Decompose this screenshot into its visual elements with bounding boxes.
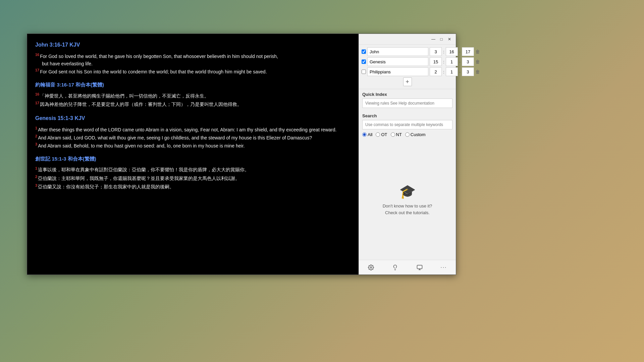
- genesis-delete-button[interactable]: 🗑: [475, 58, 480, 65]
- svg-rect-3: [417, 265, 422, 269]
- passage-john-cn: 約翰福音 3:16-17 和合本(繁體) 16「神愛世人，甚至將他的獨生子賜給他…: [35, 81, 351, 109]
- genesis-v2: 2And Abram said, Lord GOD, what wilt tho…: [35, 133, 351, 141]
- radio-all-label: All: [368, 132, 372, 137]
- lightbulb-button[interactable]: [390, 262, 400, 273]
- minimize-button[interactable]: —: [430, 36, 437, 43]
- more-button[interactable]: ···: [438, 262, 449, 273]
- radio-ot-input[interactable]: [376, 132, 380, 137]
- radio-nt-label: NT: [396, 132, 402, 137]
- search-input[interactable]: [362, 120, 452, 129]
- genesis-dash: -: [459, 59, 461, 64]
- display-button[interactable]: [414, 262, 425, 273]
- philippians-verse-start-input[interactable]: [446, 67, 458, 76]
- genesis-cn-v3-num: 3: [35, 183, 37, 187]
- genesis-chapter-input[interactable]: [430, 57, 442, 66]
- philippians-verse-end-input[interactable]: [462, 67, 474, 76]
- genesis-cn-v1-num: 1: [35, 166, 37, 170]
- monitor-icon: [417, 264, 423, 270]
- radio-custom-input[interactable]: [405, 132, 410, 137]
- radio-all[interactable]: All: [362, 132, 372, 137]
- john-chapter-input[interactable]: [430, 47, 442, 56]
- quick-index-section: Quick Index: [359, 89, 456, 111]
- genesis-cn-v3-text: 亞伯蘭又說：你沒有給我兒子；那生在我家中的人就是我的後嗣。: [38, 184, 174, 189]
- radio-ot[interactable]: OT: [376, 132, 387, 137]
- genesis-book-input[interactable]: [367, 57, 428, 66]
- john-cn-header: 約翰福音 3:16-17 和合本(繁體): [35, 81, 351, 89]
- add-passage-button[interactable]: +: [403, 77, 412, 86]
- quick-index-input[interactable]: [362, 99, 452, 108]
- john-cn-v17-text: 因為神差他的兒子降世，不是要定世人的罪（或作：審判世人；下同），乃是要叫世人因他…: [40, 102, 242, 107]
- svg-point-0: [370, 266, 372, 268]
- genesis-v1: 1After these things the word of the LORD…: [35, 125, 351, 133]
- john-cn-v16-num: 16: [35, 92, 39, 96]
- genesis-cn-v2-text: 亞伯蘭說：主耶和華阿，我既無子，你還賜我甚麼呢？並且要承受我家業的是大馬色人以利…: [38, 176, 240, 181]
- close-button[interactable]: ✕: [446, 36, 453, 43]
- title-bar: — □ ✕: [359, 34, 456, 45]
- passage-row-philippians: : - 🗑: [362, 67, 453, 76]
- lightbulb-icon: [392, 264, 398, 270]
- passage-genesis: Genesis 15:1-3 KJV 1After these things t…: [35, 114, 351, 149]
- main-content: John 3:16-17 KJV 16For God so loved the …: [27, 34, 359, 275]
- genesis-cn-v1: 1這事以後，耶和華在異象中有話對亞伯蘭說：亞伯蘭，你不要懼怕！我是你的盾牌，必大…: [35, 166, 351, 174]
- passage-row-genesis: : - 🗑: [362, 57, 453, 66]
- passage-list: : - 🗑 : - 🗑 :: [359, 45, 456, 89]
- quick-index-label: Quick Index: [362, 92, 452, 97]
- radio-nt-input[interactable]: [391, 132, 395, 137]
- genesis-verse-start-input[interactable]: [446, 57, 458, 66]
- add-row: +: [362, 77, 453, 86]
- john-cn-v17-num: 17: [35, 101, 39, 105]
- philippians-checkbox[interactable]: [362, 69, 366, 74]
- philippians-colon1: :: [443, 69, 444, 74]
- tutorial-text-line2: Check out the tutorials.: [385, 209, 430, 216]
- radio-all-input[interactable]: [362, 132, 367, 137]
- genesis-cn-v3: 3亞伯蘭又說：你沒有給我兒子；那生在我家中的人就是我的後嗣。: [35, 183, 351, 191]
- genesis-v3-text: And Abram said, Behold, to me thou hast …: [38, 143, 245, 148]
- search-label: Search: [362, 113, 452, 118]
- passage-genesis-cn: 創世記 15:1-3 和合本(繁體) 1這事以後，耶和華在異象中有話對亞伯蘭說：…: [35, 155, 351, 191]
- john-v17-text: For God sent not his Son into the world …: [40, 69, 267, 74]
- bottom-toolbar: ···: [359, 260, 456, 275]
- philippians-dash: -: [459, 69, 461, 74]
- genesis-v3-num: 3: [35, 142, 37, 146]
- graduation-icon: 🎓: [399, 184, 416, 199]
- radio-custom[interactable]: Custom: [405, 132, 426, 137]
- genesis-colon1: :: [443, 59, 444, 64]
- john-cn-v16: 16「神愛世人，甚至將他的獨生子賜給他們，叫一切信他的，不至滅亡，反得永生。: [35, 92, 351, 100]
- john-v16: 16For God so loved the world, that he ga…: [35, 52, 351, 67]
- genesis-cn-v2-num: 2: [35, 175, 37, 179]
- radio-nt[interactable]: NT: [391, 132, 402, 137]
- john-cn-v17: 17因為神差他的兒子降世，不是要定世人的罪（或作：審判世人；下同），乃是要叫世人…: [35, 100, 351, 109]
- john-verse-end-input[interactable]: [462, 47, 474, 56]
- genesis-v1-text: After these things the word of the LORD …: [38, 127, 336, 132]
- genesis-v2-text: And Abram said, Lord GOD, what wilt thou…: [38, 135, 312, 140]
- philippians-chapter-input[interactable]: [430, 67, 442, 76]
- ellipsis-icon: ···: [440, 264, 447, 270]
- radio-ot-label: OT: [381, 132, 387, 137]
- genesis-verse-end-input[interactable]: [462, 57, 474, 66]
- john-v16-text: For God so loved the world, that he gave…: [40, 53, 278, 59]
- genesis-v1-num: 1: [35, 126, 37, 130]
- genesis-v3: 3And Abram said, Behold, to me thou hast…: [35, 141, 351, 149]
- john-v16-cont: but have everlasting life.: [35, 60, 351, 67]
- john-v17: 17For God sent not his Son into the worl…: [35, 67, 351, 75]
- john-v17-num: 17: [35, 68, 39, 72]
- tutorial-section: 🎓 Don't know how to use it? Check out th…: [359, 140, 456, 260]
- genesis-cn-v1-text: 這事以後，耶和華在異象中有話對亞伯蘭說：亞伯蘭，你不要懼怕！我是你的盾牌，必大大…: [38, 167, 249, 172]
- john-checkbox[interactable]: [362, 49, 366, 54]
- genesis-v2-num: 2: [35, 134, 37, 138]
- maximize-button[interactable]: □: [438, 36, 445, 43]
- passage-john: John 3:16-17 KJV 16For God so loved the …: [35, 41, 351, 75]
- john-delete-button[interactable]: 🗑: [475, 48, 480, 55]
- john-verse-start-input[interactable]: [446, 47, 458, 56]
- search-section: Search All OT NT Custom: [359, 111, 456, 140]
- radio-custom-label: Custom: [411, 132, 426, 137]
- passage-row-john: : - 🗑: [362, 47, 453, 56]
- philippians-delete-button[interactable]: 🗑: [475, 68, 480, 75]
- john-book-input[interactable]: [367, 47, 428, 56]
- settings-button[interactable]: [366, 262, 376, 273]
- genesis-checkbox[interactable]: [362, 59, 366, 64]
- john-dash: -: [459, 49, 461, 54]
- right-panel: — □ ✕ : - 🗑 :: [359, 34, 456, 275]
- philippians-book-input[interactable]: [367, 67, 428, 76]
- john-colon1: :: [443, 49, 444, 54]
